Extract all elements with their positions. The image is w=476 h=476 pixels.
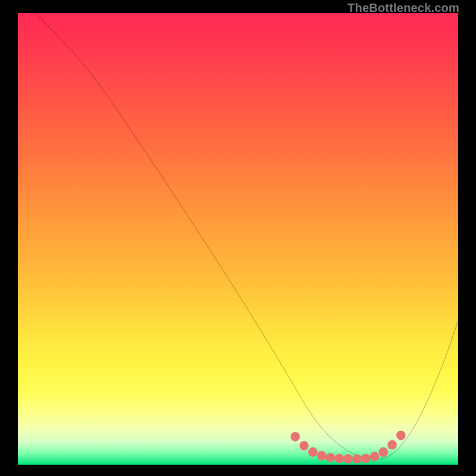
floor-marker-group — [290, 431, 405, 464]
floor-marker — [317, 451, 327, 461]
floor-marker — [343, 454, 353, 464]
floor-marker — [370, 452, 380, 461]
floor-marker — [308, 447, 318, 457]
plot-area — [18, 13, 458, 465]
floor-marker — [378, 447, 388, 457]
floor-marker — [387, 440, 397, 450]
floor-marker — [352, 454, 362, 464]
floor-marker — [326, 453, 336, 462]
floor-marker — [396, 431, 406, 440]
floor-marker — [361, 453, 371, 463]
chart-stage: TheBottleneck.com — [0, 0, 476, 476]
curve-line — [36, 13, 458, 459]
floor-marker — [290, 432, 300, 441]
floor-marker — [334, 453, 344, 463]
floor-marker — [299, 441, 309, 450]
curve-overlay — [18, 13, 458, 465]
